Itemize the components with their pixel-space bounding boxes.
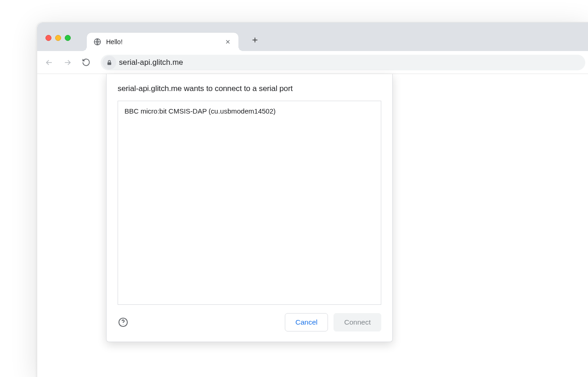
help-icon (118, 317, 128, 327)
svg-point-3 (123, 324, 123, 325)
window-controls (45, 35, 71, 41)
browser-window: Hello! (37, 22, 588, 377)
dialog-actions: Cancel Connect (107, 305, 392, 334)
nav-reload-button[interactable] (78, 54, 94, 71)
tab-close-button[interactable] (224, 38, 232, 46)
svg-rect-1 (107, 62, 111, 65)
page-content: serial-api.glitch.me wants to connect to… (37, 74, 588, 377)
reload-icon (82, 58, 90, 67)
browser-toolbar: serial-api.glitch.me (37, 51, 588, 74)
dialog-origin: serial-api.glitch.me (118, 84, 182, 93)
arrow-right-icon (63, 58, 72, 67)
serial-device-item[interactable]: BBC micro:bit CMSIS-DAP (cu.usbmodem1450… (118, 101, 381, 121)
nav-forward-button[interactable] (59, 54, 76, 71)
new-tab-button[interactable] (249, 34, 261, 46)
cancel-button[interactable]: Cancel (285, 313, 328, 331)
dialog-title: serial-api.glitch.me wants to connect to… (107, 74, 392, 101)
dialog-title-suffix: wants to connect to a serial port (182, 84, 293, 93)
globe-icon (93, 38, 102, 46)
help-button[interactable] (118, 317, 129, 328)
connect-button[interactable]: Connect (334, 313, 381, 331)
browser-tab-active[interactable]: Hello! (87, 33, 238, 51)
serial-port-permission-dialog: serial-api.glitch.me wants to connect to… (106, 74, 393, 342)
window-fullscreen-button[interactable] (65, 35, 71, 41)
address-bar-url: serial-api.glitch.me (119, 58, 183, 67)
tab-title: Hello! (106, 38, 219, 46)
plus-icon (251, 36, 259, 44)
window-minimize-button[interactable] (55, 35, 61, 41)
site-info-button[interactable] (102, 56, 116, 69)
serial-device-list[interactable]: BBC micro:bit CMSIS-DAP (cu.usbmodem1450… (118, 101, 381, 305)
tab-strip: Hello! (37, 23, 588, 51)
arrow-left-icon (45, 58, 54, 67)
lock-icon (106, 59, 113, 66)
nav-back-button[interactable] (41, 54, 57, 71)
window-close-button[interactable] (45, 35, 51, 41)
close-icon (225, 39, 231, 45)
address-bar[interactable]: serial-api.glitch.me (101, 55, 585, 70)
